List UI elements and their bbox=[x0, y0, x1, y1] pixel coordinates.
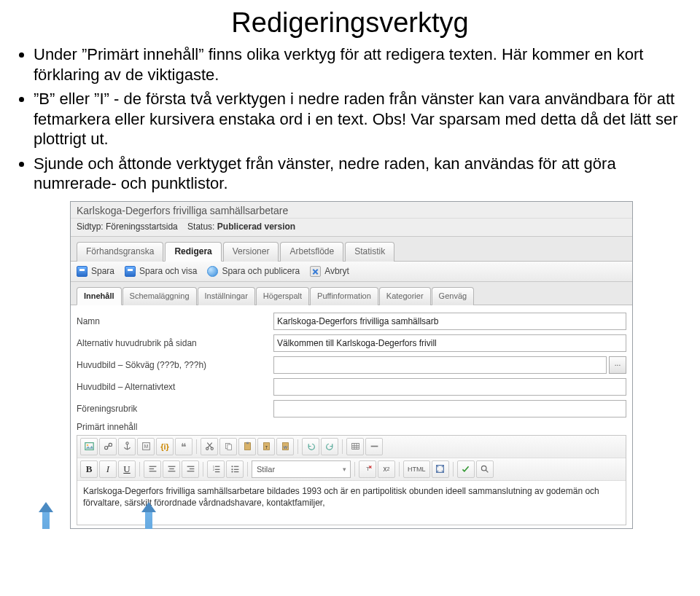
svg-line-51 bbox=[486, 470, 488, 472]
svg-rect-0 bbox=[85, 443, 93, 450]
image-path-label: Huvudbild – Sökväg (???b, ???h) bbox=[77, 360, 273, 370]
primary-content-label: Primärt innehåll bbox=[77, 422, 626, 435]
styles-dropdown[interactable]: Stilar bbox=[252, 460, 351, 478]
paste-text-icon[interactable]: T bbox=[257, 438, 275, 455]
tab-scheduling[interactable]: Schemaläggning bbox=[122, 287, 197, 305]
underline-button[interactable]: U bbox=[118, 460, 136, 478]
align-left-icon[interactable] bbox=[144, 460, 161, 478]
insert-quote-icon[interactable]: ❝ bbox=[175, 438, 192, 455]
svg-text:M: M bbox=[144, 444, 147, 449]
globe-icon bbox=[207, 266, 218, 277]
svg-point-42 bbox=[231, 471, 233, 473]
browse-button[interactable]: ... bbox=[609, 356, 626, 374]
tab-content[interactable]: Innehåll bbox=[77, 287, 122, 305]
sub-tabstrip: Innehåll Schemaläggning Inställningar Hö… bbox=[71, 282, 632, 305]
tab-rightcol[interactable]: Högerspalt bbox=[256, 287, 309, 305]
svg-point-9 bbox=[211, 447, 213, 450]
tab-edit[interactable]: Redigera bbox=[165, 242, 221, 262]
save-publish-button[interactable]: Spara och publicera bbox=[207, 266, 300, 277]
svg-point-1 bbox=[86, 444, 88, 446]
image-path-field[interactable] bbox=[273, 356, 607, 374]
tab-preview[interactable]: Förhandsgranska bbox=[77, 242, 163, 262]
tab-puff[interactable]: Puffinformation bbox=[310, 287, 378, 305]
tab-settings[interactable]: Inställningar bbox=[198, 287, 255, 305]
cancel-icon bbox=[310, 266, 321, 277]
svg-point-8 bbox=[206, 447, 208, 450]
save-label: Spara bbox=[91, 266, 114, 276]
save-icon bbox=[77, 266, 88, 277]
bold-button[interactable]: B bbox=[80, 460, 98, 478]
name-label: Namn bbox=[77, 316, 273, 326]
tab-workflow[interactable]: Arbetsflöde bbox=[280, 242, 343, 262]
bullet-item: ”B” eller ”I” - de första två verktygen … bbox=[34, 89, 688, 149]
undo-icon[interactable] bbox=[302, 438, 319, 455]
svg-point-4 bbox=[125, 442, 128, 444]
svg-point-41 bbox=[231, 468, 233, 470]
align-right-icon[interactable] bbox=[182, 460, 199, 478]
source-button[interactable]: HTML bbox=[403, 460, 430, 478]
sidtyp-value: Föreningsstartsida bbox=[106, 221, 178, 232]
tab-statistics[interactable]: Statistik bbox=[345, 242, 394, 262]
assoc-heading-field[interactable] bbox=[273, 400, 626, 417]
table-icon[interactable] bbox=[346, 438, 364, 455]
alt-heading-label: Alternativ huvudrubrik på sidan bbox=[77, 338, 273, 348]
paste-icon[interactable] bbox=[238, 438, 256, 455]
hr-icon[interactable] bbox=[365, 438, 383, 455]
name-field[interactable] bbox=[273, 313, 626, 330]
page-meta: Sidtyp: Föreningsstartsida Status: Publi… bbox=[71, 219, 632, 237]
page-title: Redigeringsverktyg bbox=[12, 7, 688, 39]
align-center-icon[interactable] bbox=[163, 460, 180, 478]
image-alt-field[interactable] bbox=[273, 378, 626, 396]
anchor-icon[interactable] bbox=[118, 438, 136, 455]
insert-image-icon[interactable] bbox=[80, 438, 98, 455]
subscript-icon[interactable]: x2 bbox=[378, 460, 395, 478]
fullscreen-icon[interactable] bbox=[432, 460, 449, 478]
cancel-button[interactable]: Avbryt bbox=[310, 266, 349, 277]
tab-shortcut[interactable]: Genväg bbox=[432, 287, 475, 305]
insert-code-icon[interactable]: {i} bbox=[156, 438, 174, 455]
editor-screenshot: Karlskoga-Degerfors frivilliga samhällsa… bbox=[70, 201, 633, 529]
spellcheck-icon[interactable] bbox=[457, 460, 475, 478]
save-icon bbox=[125, 266, 136, 277]
bullet-item: Sjunde och åttonde verktyget från vänste… bbox=[34, 154, 688, 194]
ordered-list-icon[interactable]: 12 bbox=[207, 460, 225, 478]
status-label: Status: bbox=[187, 221, 214, 232]
bullet-list: Under ”Primärt innehåll” finns olika ver… bbox=[12, 44, 688, 194]
save-publish-label: Spara och publicera bbox=[222, 266, 300, 276]
unordered-list-icon[interactable] bbox=[226, 460, 244, 478]
action-bar: Spara Spara och visa Spara och publicera… bbox=[71, 262, 632, 282]
svg-rect-3 bbox=[109, 443, 112, 446]
insert-link-icon[interactable] bbox=[99, 438, 117, 455]
redo-icon[interactable] bbox=[321, 438, 338, 455]
svg-line-11 bbox=[207, 443, 211, 448]
cancel-label: Avbryt bbox=[324, 266, 349, 276]
svg-rect-20 bbox=[351, 443, 359, 449]
copy-icon[interactable] bbox=[219, 438, 237, 455]
remove-format-icon[interactable]: T bbox=[359, 460, 376, 478]
insert-macro-icon[interactable]: M bbox=[137, 438, 155, 455]
svg-point-40 bbox=[231, 466, 233, 467]
svg-text:W: W bbox=[283, 445, 287, 450]
sidtyp-label: Sidtyp: bbox=[77, 221, 104, 232]
main-tabstrip: Förhandsgranska Redigera Versioner Arbet… bbox=[71, 237, 632, 262]
breadcrumb: Karlskoga-Degerfors frivilliga samhällsa… bbox=[71, 202, 632, 219]
save-show-button[interactable]: Spara och visa bbox=[125, 266, 197, 277]
tab-categories[interactable]: Kategorier bbox=[379, 287, 431, 305]
svg-text:T: T bbox=[265, 445, 268, 450]
save-button[interactable]: Spara bbox=[77, 266, 114, 277]
status-value: Publicerad version bbox=[217, 221, 295, 232]
svg-point-50 bbox=[481, 466, 486, 471]
svg-line-10 bbox=[208, 443, 212, 448]
bullet-item: Under ”Primärt innehåll” finns olika ver… bbox=[34, 44, 688, 85]
italic-button[interactable]: I bbox=[99, 460, 117, 478]
save-show-label: Spara och visa bbox=[139, 266, 197, 276]
svg-rect-2 bbox=[104, 447, 107, 450]
rte-content[interactable]: Karlskoga-Degerfors frivilliga samhällsa… bbox=[77, 481, 626, 525]
tab-versions[interactable]: Versioner bbox=[223, 242, 279, 262]
cut-icon[interactable] bbox=[201, 438, 218, 455]
pointer-arrow bbox=[39, 502, 53, 529]
alt-heading-field[interactable] bbox=[273, 334, 626, 352]
assoc-heading-label: Föreningsrubrik bbox=[77, 404, 273, 414]
find-icon[interactable] bbox=[476, 460, 494, 478]
paste-word-icon[interactable]: W bbox=[276, 438, 294, 455]
